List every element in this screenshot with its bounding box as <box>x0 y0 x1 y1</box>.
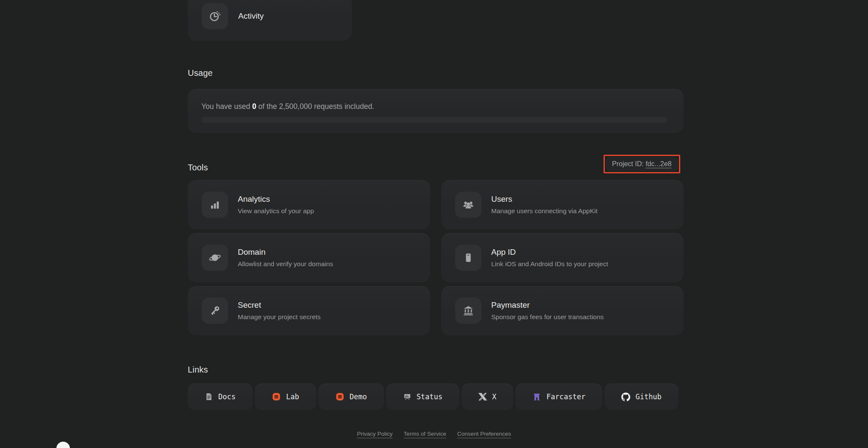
link-button-label: Lab <box>286 392 299 401</box>
link-button-label: X <box>492 392 496 401</box>
link-button-docs[interactable]: Docs <box>188 384 253 410</box>
tool-card-secret[interactable]: Secret Manage your project secrets <box>188 286 430 335</box>
status-board-icon <box>403 392 412 401</box>
usage-progress-bar <box>201 117 668 123</box>
x-logo-icon <box>479 392 487 401</box>
usage-summary: You have used 0 of the 2,500,000 request… <box>201 102 374 111</box>
key-icon <box>202 298 228 324</box>
link-button-label: Github <box>635 392 661 401</box>
reown-lab-icon <box>272 392 281 401</box>
bar-chart-icon <box>202 192 228 218</box>
tool-title: Secret <box>238 301 321 310</box>
tool-title: Analytics <box>238 195 314 204</box>
project-id-label: Project ID: <box>612 160 645 167</box>
reown-demo-icon <box>335 392 345 401</box>
tool-subtitle: Manage your project secrets <box>238 313 321 321</box>
tool-subtitle: Manage users connecting via AppKit <box>491 207 598 215</box>
usage-heading: Usage <box>188 68 213 78</box>
link-button-label: Status <box>417 392 442 401</box>
timer-icon <box>202 3 228 29</box>
phone-icon <box>455 245 481 271</box>
bank-icon <box>455 298 481 324</box>
tool-subtitle: Link iOS and Android IDs to your project <box>491 260 608 268</box>
tool-card-domain[interactable]: Domain Allowlist and verify your domains <box>188 233 430 282</box>
farcaster-icon <box>532 392 541 401</box>
usage-card: You have used 0 of the 2,500,000 request… <box>188 89 684 133</box>
github-icon <box>621 392 630 401</box>
link-button-status[interactable]: Status <box>386 384 459 410</box>
tool-title: Paymaster <box>491 301 604 310</box>
link-button-demo[interactable]: Demo <box>318 384 384 410</box>
activity-card[interactable]: Activity <box>188 0 352 41</box>
planet-icon <box>202 245 228 271</box>
project-id-badge[interactable]: Project ID: fdc...2e8 <box>606 157 678 171</box>
link-button-label: Demo <box>350 392 367 401</box>
footer-links: Privacy Policy Terms of Service Consent … <box>0 431 868 437</box>
docs-icon <box>205 392 213 401</box>
footer-link-privacy-policy[interactable]: Privacy Policy <box>357 431 392 437</box>
footer-link-terms-of-service[interactable]: Terms of Service <box>403 431 446 437</box>
project-id-value[interactable]: fdc...2e8 <box>645 160 671 167</box>
tool-card-users[interactable]: Users Manage users connecting via AppKit <box>441 180 684 229</box>
annotation-highlight-box: Project ID: fdc...2e8 <box>604 155 680 173</box>
links-heading: Links <box>188 365 208 375</box>
activity-card-label: Activity <box>238 11 264 21</box>
usage-used-count: 0 <box>252 102 256 111</box>
link-button-x[interactable]: X <box>462 384 513 410</box>
link-button-lab[interactable]: Lab <box>255 384 316 410</box>
main-content: Activity Usage You have used 0 of the 2,… <box>188 0 684 448</box>
link-button-label: Farcaster <box>546 392 585 401</box>
link-button-farcaster[interactable]: Farcaster <box>515 384 602 410</box>
tool-card-app-id[interactable]: App ID Link iOS and Android IDs to your … <box>441 233 684 282</box>
tool-title: Domain <box>238 248 333 257</box>
chat-widget-dot[interactable] <box>56 442 70 448</box>
link-button-github[interactable]: Github <box>604 384 678 410</box>
tool-subtitle: Sponsor gas fees for user transactions <box>491 313 604 321</box>
links-row: Docs Lab <box>188 384 684 410</box>
tools-heading: Tools <box>188 163 208 173</box>
footer-link-consent-preferences[interactable]: Consent Preferences <box>457 431 511 437</box>
tools-grid: Analytics View analytics of your app Use… <box>188 180 684 335</box>
link-button-label: Docs <box>218 392 236 401</box>
tool-card-analytics[interactable]: Analytics View analytics of your app <box>188 180 430 229</box>
users-icon <box>455 192 481 218</box>
tool-title: Users <box>491 195 598 204</box>
tool-subtitle: View analytics of your app <box>238 207 314 215</box>
tool-card-paymaster[interactable]: Paymaster Sponsor gas fees for user tran… <box>441 286 684 335</box>
tool-subtitle: Allowlist and verify your domains <box>238 260 333 268</box>
tool-title: App ID <box>491 248 608 257</box>
